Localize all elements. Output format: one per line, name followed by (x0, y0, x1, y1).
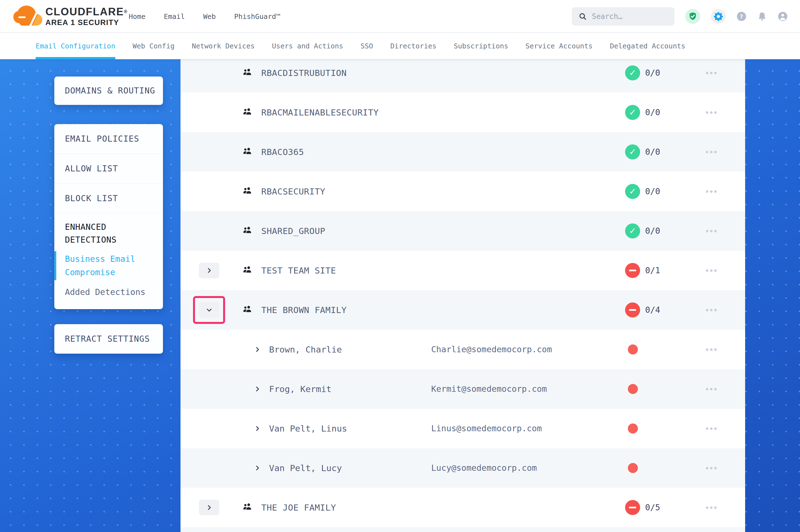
group-table: RBACDISTRUBUTION✓0/0 RBACMAILENABLESECUR… (181, 59, 745, 532)
tab-sso[interactable]: SSO (361, 33, 373, 59)
settings-button[interactable] (711, 9, 726, 24)
member-count: 0/5 (645, 488, 660, 527)
expand-group-button[interactable] (199, 263, 219, 278)
sidebar-card-retract-settings[interactable]: RETRACT SETTINGS (54, 324, 163, 354)
sidebar-item-email-policies[interactable]: EMAIL POLICIES (54, 124, 163, 154)
account-icon (778, 11, 788, 22)
top-nav-web[interactable]: Web (203, 13, 216, 21)
check-icon: ✓ (629, 187, 636, 196)
row-actions-menu[interactable] (706, 409, 717, 448)
row-actions-menu[interactable] (706, 132, 717, 172)
status-alert-dot (628, 384, 638, 394)
minus-icon (629, 270, 636, 271)
content-panel: RBACDISTRUBUTION✓0/0 RBACMAILENABLESECUR… (181, 59, 745, 532)
member-count: 0/0 (645, 93, 660, 132)
group-row: RBACMAILENABLESECURITY✓0/0 (181, 93, 745, 132)
group-row: THE JOE FAMILY0/5 (181, 488, 745, 527)
sidebar-card-domains-routing[interactable]: DOMAINS & ROUTING (54, 77, 163, 105)
group-name: TEST TEAM SITE (261, 251, 336, 290)
sidebar-item-domains-routing[interactable]: DOMAINS & ROUTING (54, 77, 163, 105)
tab-network-devices[interactable]: Network Devices (192, 33, 255, 59)
row-actions-menu[interactable] (706, 59, 717, 93)
member-row: Brown, CharlieCharlie@somedemocorp.com (181, 330, 745, 369)
member-email: Charlie@somedemocorp.com (431, 330, 552, 369)
tab-web-config[interactable]: Web Config (132, 33, 175, 59)
users-icon (242, 226, 252, 236)
sidebar-item-added-detections[interactable]: Added Detections (54, 286, 163, 299)
member-count: 0/4 (645, 290, 660, 330)
expand-group-button[interactable] (199, 500, 219, 515)
notifications-button[interactable] (757, 12, 767, 21)
row-actions-menu[interactable] (706, 93, 717, 132)
users-icon (242, 147, 252, 157)
sidebar-heading-enhanced-detections: ENHANCED DETECTIONS (54, 213, 163, 246)
tab-email-configuration[interactable]: Email Configuration (36, 33, 115, 59)
sidebar-item-business-email-compromise[interactable]: Business Email Compromise (54, 252, 163, 279)
status-alert-dot (628, 463, 638, 473)
search-box[interactable] (572, 7, 674, 25)
member-name: Van Pelt, Linus (269, 409, 347, 448)
help-button[interactable]: ? (737, 12, 746, 21)
row-actions-menu[interactable] (706, 211, 717, 251)
status-alert-dot (628, 423, 638, 434)
group-name: RBACO365 (261, 132, 304, 172)
header-icons: ? (685, 0, 788, 33)
chevron-right-icon (254, 386, 261, 392)
gear-icon (713, 12, 723, 21)
row-actions-menu[interactable] (706, 172, 717, 211)
top-nav-home[interactable]: Home (129, 13, 145, 21)
member-email: Kermit@somedemocorp.com (431, 369, 547, 409)
group-name: THE JOE FAMILY (261, 488, 336, 527)
svg-text:?: ? (740, 13, 743, 20)
users-icon (242, 108, 252, 117)
group-row: RBACDISTRUBUTION✓0/0 (181, 59, 745, 93)
top-nav-phishguard[interactable]: PhishGuard™ (234, 13, 280, 21)
member-name: Brown, Charlie (269, 330, 342, 369)
app-screen: CLOUDFLARE® AREA 1 SECURITY Home Email W… (0, 0, 800, 532)
users-icon (242, 186, 252, 196)
users-icon (242, 305, 252, 315)
search-input[interactable] (592, 12, 670, 21)
top-nav-email[interactable]: Email (164, 13, 185, 21)
tab-users-and-actions[interactable]: Users and Actions (272, 33, 343, 59)
sidebar-item-block-list[interactable]: BLOCK LIST (54, 184, 163, 213)
users-icon (242, 265, 252, 276)
check-icon: ✓ (629, 108, 636, 117)
row-actions-menu[interactable] (706, 488, 717, 527)
sidebar-item-allow-list[interactable]: ALLOW LIST (54, 154, 163, 183)
minus-icon (629, 507, 636, 508)
row-actions-menu[interactable] (706, 251, 717, 290)
member-count: 0/0 (645, 172, 660, 211)
chevron-right-icon (254, 425, 261, 432)
row-actions-menu[interactable] (706, 448, 717, 488)
cloudflare-logo-icon (13, 3, 46, 30)
registered-mark: ® (124, 9, 128, 14)
tab-delegated-accounts[interactable]: Delegated Accounts (610, 33, 685, 59)
users-icon (242, 502, 252, 513)
sidebar-item-retract-settings[interactable]: RETRACT SETTINGS (54, 324, 163, 354)
chevron-right-icon (206, 267, 213, 274)
row-actions-menu[interactable] (706, 290, 717, 330)
help-icon: ? (737, 12, 746, 21)
row-actions-menu[interactable] (706, 330, 717, 369)
tab-service-accounts[interactable]: Service Accounts (526, 33, 593, 59)
group-name: THE BROWN FAMILY (261, 290, 347, 330)
status-blocked-badge (625, 302, 640, 318)
member-count: 0/0 (645, 132, 660, 172)
account-button[interactable] (778, 12, 788, 21)
shield-check-button[interactable] (685, 9, 700, 24)
tab-subscriptions[interactable]: Subscriptions (454, 33, 508, 59)
member-row: Van Pelt, LinusLinus@somedemocorp.com (181, 409, 745, 448)
collapse-group-button[interactable] (199, 302, 219, 318)
top-nav: Home Email Web PhishGuard™ (129, 0, 280, 33)
sidebar-card-policies: EMAIL POLICIES ALLOW LIST BLOCK LIST ENH… (54, 124, 163, 309)
group-row: RBACSECURITY✓0/0 (181, 172, 745, 211)
group-name: RBACMAILENABLESECURITY (261, 93, 379, 132)
row-actions-menu[interactable] (706, 369, 717, 409)
status-blocked-badge (625, 500, 640, 515)
group-row: RBACO365✓0/0 (181, 132, 745, 172)
tab-directories[interactable]: Directories (390, 33, 436, 59)
status-ok-badge: ✓ (625, 145, 640, 159)
users-icon (242, 68, 252, 78)
brand-subname: AREA 1 SECURITY (46, 18, 128, 27)
